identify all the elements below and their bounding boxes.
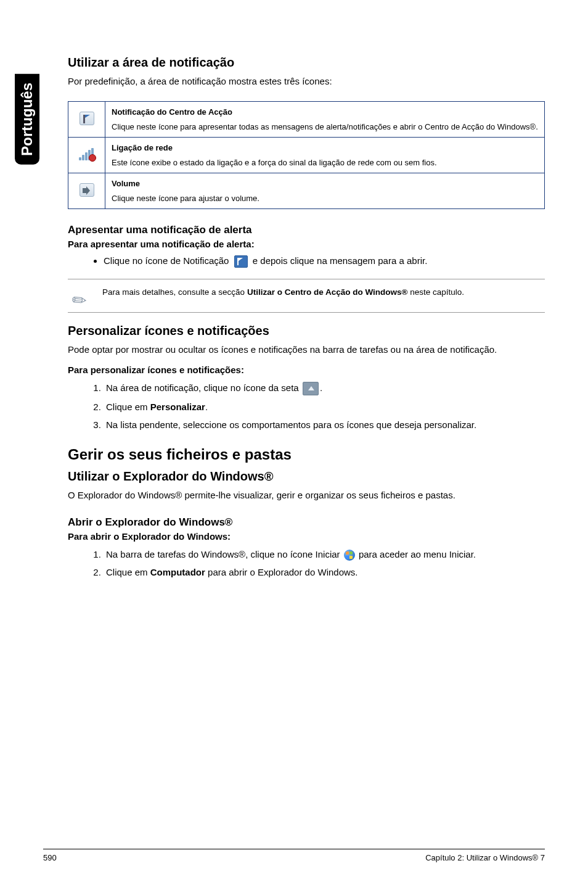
- volume-title: Volume: [112, 178, 538, 189]
- notification-area-intro: Por predefinição, a área de notificação …: [68, 75, 545, 88]
- personalize-step2-before: Clique em: [106, 402, 150, 412]
- personalize-heading: Personalizar ícones e notificações: [68, 324, 545, 338]
- notification-icons-table: Notificação do Centro de Acção Clique ne…: [68, 101, 545, 209]
- open-explorer-heading: Abrir o Explorador do Windows®: [68, 516, 545, 529]
- personalize-step1-before: Na área de notificação, clique no ícone …: [106, 382, 301, 393]
- alert-bullet: Clique no ícone de Notificação e depois …: [104, 255, 545, 268]
- personalize-intro: Pode optar por mostrar ou ocultar os íco…: [68, 343, 545, 356]
- personalize-step-2: Clique em Personalizar.: [104, 400, 545, 413]
- open-step2-bold: Computador: [150, 567, 205, 577]
- windows-start-icon: [344, 550, 355, 561]
- network-title: Ligação de rede: [112, 142, 538, 154]
- volume-speaker-icon: [80, 183, 94, 197]
- volume-text-cell: Volume Clique neste ícone para ajustar o…: [105, 173, 545, 209]
- files-section-heading: Gerir os seus ficheiros e pastas: [68, 446, 545, 463]
- personalize-step2-bold: Personalizar: [150, 402, 205, 412]
- alert-bullet-text-before: Clique no ícone de Notificação: [104, 255, 232, 266]
- action-center-flag-icon: [80, 112, 94, 125]
- page-footer: 590 Capítulo 2: Utilizar o Windows® 7: [43, 849, 545, 862]
- action-center-title: Notificação do Centro de Acção: [112, 107, 538, 118]
- alert-bullet-text-after: e depois clique na mensagem para a abrir…: [253, 255, 428, 266]
- table-row: Volume Clique neste ícone para ajustar o…: [68, 173, 545, 209]
- arrow-up-icon: [303, 382, 319, 395]
- action-center-text-cell: Notificação do Centro de Acção Clique ne…: [105, 102, 545, 138]
- personalize-subheading: Para personalizar ícones e notificações:: [68, 365, 545, 375]
- network-desc: Este ícone exibe o estado da ligação e a…: [112, 158, 437, 167]
- open-explorer-step-2: Clique em Computador para abrir o Explor…: [104, 566, 545, 579]
- table-row: Ligação de rede Este ícone exibe o estad…: [68, 138, 545, 173]
- chapter-label: Capítulo 2: Utilizar o Windows® 7: [425, 853, 545, 862]
- network-icon-cell: [68, 138, 105, 173]
- personalize-step-3: Na lista pendente, seleccione os comport…: [104, 418, 545, 431]
- note-callout: ✎ Para mais detalhes, consulte a secção …: [68, 279, 545, 313]
- open-step2-after: para abrir o Explorador do Windows.: [205, 567, 358, 577]
- alert-heading: Apresentar uma notificação de alerta: [68, 224, 545, 236]
- note-text: Para mais detalhes, consulte a secção Ut…: [102, 286, 464, 299]
- note-text-bold: Utilizar o Centro de Acção do Windows®: [247, 287, 408, 297]
- network-signal-icon: [79, 148, 95, 160]
- open-step1-before: Na barra de tarefas do Windows®, clique …: [106, 549, 343, 559]
- notification-flag-icon: [234, 255, 248, 268]
- alert-subheading: Para apresentar uma notificação de alert…: [68, 239, 545, 249]
- volume-desc: Clique neste ícone para ajustar o volume…: [112, 194, 259, 203]
- open-explorer-step-1: Na barra de tarefas do Windows®, clique …: [104, 548, 545, 561]
- pencil-icon: ✎: [65, 277, 105, 315]
- network-text-cell: Ligação de rede Este ícone exibe o estad…: [105, 138, 545, 173]
- personalize-step-1: Na área de notificação, clique no ícone …: [104, 381, 545, 395]
- open-explorer-subheading: Para abrir o Explorador do Windows:: [68, 531, 545, 542]
- action-center-desc: Clique neste ícone para apresentar todas…: [112, 122, 538, 131]
- explorer-paragraph: O Explorador do Windows® permite-lhe vis…: [68, 489, 545, 501]
- language-tab: Português: [15, 74, 39, 165]
- personalize-step1-after: .: [320, 382, 322, 393]
- open-step1-after: para aceder ao menu Iniciar.: [359, 549, 476, 559]
- volume-icon-cell: [68, 173, 105, 209]
- table-row: Notificação do Centro de Acção Clique ne…: [68, 102, 545, 138]
- notification-area-heading: Utilizar a área de notificação: [68, 56, 545, 70]
- open-step2-before: Clique em: [106, 567, 150, 577]
- note-text-after: neste capítulo.: [407, 287, 464, 297]
- personalize-step2-after: .: [205, 402, 208, 412]
- explorer-heading: Utilizar o Explorador do Windows®: [68, 469, 545, 484]
- action-center-icon-cell: [68, 102, 105, 138]
- note-text-before: Para mais detalhes, consulte a secção: [102, 287, 247, 297]
- page-number: 590: [43, 853, 57, 862]
